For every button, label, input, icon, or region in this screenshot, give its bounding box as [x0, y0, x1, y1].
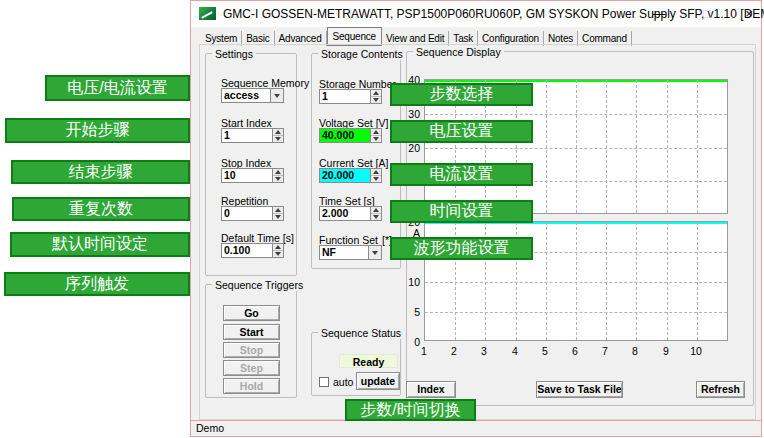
storage-group-title: Storage Contents — [318, 48, 406, 60]
triggers-group: Sequence Triggers GoStartStopStepHold — [205, 284, 297, 398]
display-group-title: Sequence Display — [413, 46, 504, 58]
dropdown-arrow-button[interactable] — [270, 89, 283, 102]
app-icon — [199, 7, 216, 20]
x-axis-tick: 1 — [415, 345, 433, 357]
status-group-title: Sequence Status — [318, 327, 404, 339]
start-index-input[interactable]: 1 — [221, 128, 284, 143]
annotation-label: 电压/电流设置 — [45, 75, 190, 101]
status-group: Sequence Status Ready auto update — [311, 332, 401, 396]
chevron-up-icon — [275, 208, 281, 212]
current-set-a-value: 20.000 — [320, 169, 370, 182]
x-axis-tick: 4 — [506, 345, 524, 357]
voltage-y-unit: V — [402, 85, 420, 97]
annotation-label: 开始步骤 — [5, 118, 190, 143]
time-set-s-input[interactable]: 2.000 — [319, 206, 382, 221]
storage-number-input[interactable]: 1 — [319, 89, 382, 104]
step-button[interactable]: Step — [223, 360, 280, 376]
default-time-s-input[interactable]: 0.100 — [221, 243, 284, 258]
current-y-tick: 10 — [402, 276, 420, 288]
settings-group-title: Settings — [212, 48, 256, 60]
chevron-down-icon — [373, 177, 379, 181]
stop-button[interactable]: Stop — [223, 342, 280, 358]
current-y-unit: A — [402, 227, 420, 239]
spin-down-button[interactable] — [273, 175, 283, 182]
v-gridline — [516, 80, 517, 213]
spinner-buttons[interactable] — [272, 129, 283, 142]
stop-index-input[interactable]: 10 — [221, 168, 284, 183]
storage-group: Storage Contents Storage Number1Voltage … — [311, 53, 401, 269]
x-axis-tick: 5 — [536, 345, 554, 357]
current-y-tick: 5 — [402, 306, 420, 318]
x-axis-tick: 9 — [657, 345, 675, 357]
chevron-down-icon — [373, 215, 379, 219]
repetition-input[interactable]: 0 — [221, 206, 284, 221]
minimize-button[interactable]: — — [646, 4, 672, 23]
chevron-down-icon — [373, 137, 379, 141]
v-gridline — [636, 80, 637, 213]
x-axis-tick: 10 — [687, 345, 705, 357]
x-axis-tick: 2 — [445, 345, 463, 357]
voltage-set-v-input[interactable]: 40.000 — [319, 128, 382, 143]
v-gridline — [697, 222, 698, 340]
hold-button[interactable]: Hold — [223, 378, 280, 394]
go-button[interactable]: Go — [223, 305, 280, 321]
spin-down-button[interactable] — [273, 135, 283, 142]
chevron-up-icon — [373, 208, 379, 212]
v-gridline — [636, 222, 637, 340]
sequence-memory-select[interactable]: access — [221, 88, 284, 103]
chevron-down-icon — [372, 251, 378, 255]
x-axis-tick: 7 — [596, 345, 614, 357]
spin-down-button[interactable] — [371, 135, 381, 142]
voltage-y-tick: 20 — [402, 142, 420, 154]
x-axis-tick: 6 — [566, 345, 584, 357]
spin-down-button[interactable] — [371, 213, 381, 220]
function-set-select[interactable]: NF — [319, 245, 382, 260]
v-gridline — [485, 80, 486, 213]
annotation-label: 序列触发 — [4, 272, 190, 296]
start-index-value: 1 — [222, 129, 272, 142]
v-gridline — [697, 80, 698, 213]
chevron-down-icon — [274, 94, 280, 98]
chevron-up-icon — [373, 91, 379, 95]
time-set-s-value: 2.000 — [320, 207, 370, 220]
spinner-buttons[interactable] — [272, 207, 283, 220]
sequence-status-value: Ready — [339, 354, 398, 368]
settings-group: Settings Sequence MemoryaccessStart Inde… — [205, 53, 297, 276]
x-axis-tick: 8 — [626, 345, 644, 357]
spin-down-button[interactable] — [273, 213, 283, 220]
chevron-down-icon — [373, 98, 379, 102]
maximize-button: □ — [694, 4, 720, 23]
repetition-value: 0 — [222, 207, 272, 220]
dropdown-arrow-button[interactable] — [368, 246, 381, 259]
spinner-buttons[interactable] — [272, 169, 283, 182]
v-gridline — [576, 222, 577, 340]
current-set-a-input[interactable]: 20.000 — [319, 168, 382, 183]
current-y-tick: 15 — [402, 246, 420, 258]
spin-down-button[interactable] — [273, 250, 283, 257]
v-gridline — [546, 222, 547, 340]
close-button[interactable]: × — [736, 4, 762, 23]
voltage-set-v-value: 40.000 — [320, 129, 370, 142]
spinner-buttons[interactable] — [370, 207, 381, 220]
v-gridline — [455, 222, 456, 340]
index-button[interactable]: Index — [406, 381, 456, 398]
spin-down-button[interactable] — [371, 96, 381, 103]
start-button[interactable]: Start — [223, 324, 280, 340]
update-button[interactable]: update — [356, 372, 400, 390]
triggers-group-title: Sequence Triggers — [212, 279, 306, 291]
auto-checkbox[interactable] — [319, 377, 329, 387]
title-bar: GMC-I GOSSEN-METRAWATT, PSP1500P060RU060… — [191, 1, 761, 27]
spin-down-button[interactable] — [371, 175, 381, 182]
spinner-buttons[interactable] — [370, 169, 381, 182]
current-plot — [424, 221, 728, 341]
v-gridline — [606, 222, 607, 340]
chevron-down-icon — [275, 215, 281, 219]
spinner-buttons[interactable] — [370, 90, 381, 103]
refresh-button[interactable]: Refresh — [696, 381, 745, 398]
save-to-task-file-button[interactable]: Save to Task File — [536, 381, 623, 398]
chevron-down-icon — [275, 137, 281, 141]
v-gridline — [667, 80, 668, 213]
status-bar: Demo — [191, 420, 761, 436]
spinner-buttons[interactable] — [370, 129, 381, 142]
spinner-buttons[interactable] — [272, 244, 283, 257]
